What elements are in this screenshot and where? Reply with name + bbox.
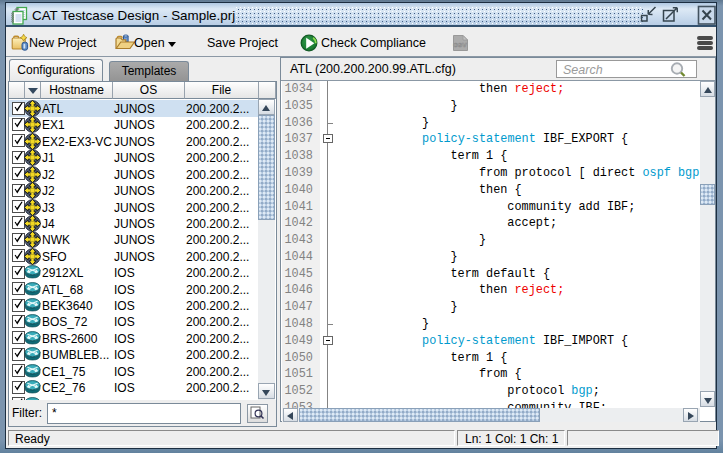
svg-text:csv: csv	[453, 40, 467, 49]
